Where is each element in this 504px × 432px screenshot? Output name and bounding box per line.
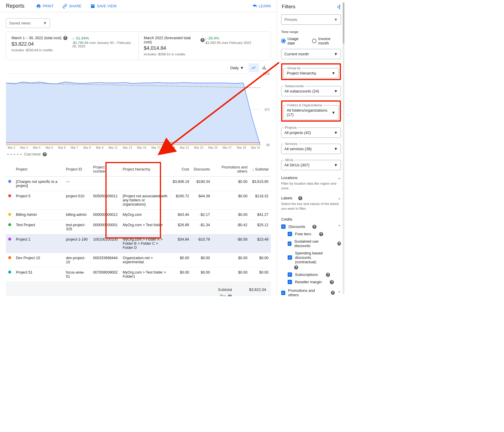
cell-subtotal: $0.00 xyxy=(250,267,271,282)
bar-chart-icon xyxy=(262,65,267,70)
table-row[interactable]: Billing Adminbilling-admin000000000012My… xyxy=(6,210,271,220)
th-project[interactable]: Project xyxy=(14,162,64,177)
table-row[interactable]: [Charges not specific to a project]—$3,8… xyxy=(6,177,271,191)
cell-hierarchy: MyOrg.com > Folder A > Folder B > Folder… xyxy=(120,234,170,253)
th-promo[interactable]: Promotions and others xyxy=(212,162,250,177)
subaccounts-dropdown[interactable]: Subaccounts All subaccounts (24)▼ xyxy=(281,86,341,96)
spending-toggle[interactable]: ✓Spending based discounts (contractual) xyxy=(288,251,341,264)
learn-button[interactable]: LEARN xyxy=(252,4,271,9)
presets-dropdown[interactable]: Presets▼ xyxy=(281,14,341,25)
services-dropdown[interactable]: Services All services (38)▼ xyxy=(281,144,341,154)
y-tick: $75 xyxy=(265,108,270,111)
sustained-toggle[interactable]: ✓Sustained use discounts ? xyxy=(288,239,341,248)
table-row[interactable]: Test Projecttest-project-325000000200001… xyxy=(6,220,271,234)
line-chart-toggle[interactable] xyxy=(248,63,259,72)
cell-cost: $0.00 xyxy=(170,253,192,267)
time-range-dropdown[interactable]: Current month▼ xyxy=(281,49,341,59)
th-hierarchy[interactable]: Project hierarchy xyxy=(120,162,170,177)
help-icon[interactable]: ? xyxy=(319,232,323,236)
cell-subtotal: $41.27 xyxy=(250,210,271,220)
table-row[interactable]: Dev Project 10dev-project-10000333666444… xyxy=(6,253,271,267)
cell-project: [Charges not specific to a project] xyxy=(14,177,64,191)
cell-project-id: dev-project-10 xyxy=(64,253,91,267)
help-icon[interactable]: ? xyxy=(43,152,47,156)
series-dot-icon xyxy=(8,223,11,226)
cell-hierarchy: MyOrg.com xyxy=(120,210,170,220)
cell-project-id: billing-admin xyxy=(64,210,91,220)
table-row[interactable]: Project 1project-1-190100100100100MyOrg.… xyxy=(6,234,271,253)
radio-icon xyxy=(312,39,316,43)
svg-rect-2 xyxy=(263,67,263,70)
radio-icon xyxy=(281,39,286,43)
skus-dropdown[interactable]: SKUs All SKUs (307)▼ xyxy=(281,160,341,170)
locations-section[interactable]: Locations⌄ xyxy=(281,176,341,180)
projects-dropdown[interactable]: Projects All projects (42)▼ xyxy=(281,128,341,138)
help-icon[interactable]: ? xyxy=(337,241,341,246)
cell-cost: $0.00 xyxy=(170,267,192,282)
save-icon xyxy=(90,4,95,9)
th-subtotal[interactable]: ↓ Subtotal xyxy=(250,162,271,177)
cell-cost: $160.72 xyxy=(170,191,192,210)
help-icon[interactable]: ? xyxy=(63,36,67,40)
caret-down-icon: ▼ xyxy=(334,163,338,167)
help-icon[interactable]: ? xyxy=(228,294,232,296)
radio-invoice-month[interactable]: Invoice month xyxy=(312,37,341,45)
cell-project-number: 100100100100 xyxy=(91,234,120,253)
saved-views-dropdown[interactable]: Saved views ▼ xyxy=(6,18,50,28)
cell-promo: $0.00 xyxy=(212,267,250,282)
annotation-highlight-groupby: Group by Project Hierarchy▼ xyxy=(281,63,341,80)
promotions-others-toggle[interactable]: ✓Promotions and others ?⌃ xyxy=(281,288,341,296)
cell-discounts: $0.00 xyxy=(191,253,212,267)
help-icon[interactable]: ? xyxy=(331,291,335,295)
help-icon[interactable]: ? xyxy=(298,196,302,200)
cell-promo: $0.00 xyxy=(212,253,250,267)
kpi2-delta-sub: -$1,592.85 over February 2022 xyxy=(205,41,265,44)
labels-section[interactable]: Labels ?⌄ xyxy=(281,196,341,200)
th-project-id[interactable]: Project ID xyxy=(64,162,91,177)
reseller-toggle[interactable]: ✓Reseller margin ? xyxy=(288,280,341,284)
help-icon[interactable]: ? xyxy=(294,265,298,269)
help-icon[interactable]: ? xyxy=(330,280,334,284)
cost-chart[interactable]: $150 $75 $0 xyxy=(6,73,260,145)
save-view-button[interactable]: SAVE VIEW xyxy=(90,4,117,9)
help-icon[interactable]: ? xyxy=(200,38,205,42)
scrollbar[interactable] xyxy=(343,2,344,294)
svg-rect-1 xyxy=(92,5,94,6)
chevron-up-icon: ⌃ xyxy=(338,291,341,295)
checkbox-icon: ✓ xyxy=(281,224,286,229)
bar-chart-toggle[interactable] xyxy=(259,63,270,72)
th-project-number[interactable]: Project number xyxy=(91,162,120,177)
totals-block: Subtotal Tax ? Total ? $3,822.04 — $3,82… xyxy=(6,282,271,296)
free-tiers-toggle[interactable]: ✓Free tiers ? xyxy=(288,232,341,236)
cell-promo: $0.00 xyxy=(212,177,250,191)
arrow-down-icon: ↓ xyxy=(72,36,74,40)
table-row[interactable]: Project 51focus-area-51007008009002MyOrg… xyxy=(6,267,271,282)
cell-subtotal: $116.32 xyxy=(250,191,271,210)
radio-usage-date[interactable]: Usage date xyxy=(281,37,306,45)
cell-promo: $0.00 xyxy=(212,191,250,210)
help-icon[interactable]: ? xyxy=(326,273,330,277)
cell-project-number: 000000000012 xyxy=(91,210,120,220)
cell-discounts: -$190.34 xyxy=(191,177,212,191)
table-row[interactable]: Project 5project-510505050505011[Project… xyxy=(6,191,271,210)
help-icon[interactable]: ? xyxy=(312,225,316,229)
kpi2-value: $4,014.84 xyxy=(144,45,205,51)
th-discounts[interactable]: Discounts xyxy=(191,162,212,177)
cell-project: Billing Admin xyxy=(14,210,64,220)
collapse-panel-icon[interactable]: ›| xyxy=(337,4,340,10)
group-by-dropdown[interactable]: Group by Project Hierarchy▼ xyxy=(284,68,339,78)
cell-project: Project 51 xyxy=(14,267,64,282)
folders-dropdown[interactable]: Folders & Organizations All folders/orga… xyxy=(284,105,339,120)
discounts-toggle[interactable]: ✓Discounts ?⌃ xyxy=(281,224,341,229)
series-dot-icon xyxy=(8,256,11,259)
filters-title: Filters xyxy=(282,4,337,10)
cell-promo: -$0.42 xyxy=(212,220,250,234)
subscriptions-toggle[interactable]: ✓Subscriptions ? xyxy=(288,272,341,277)
granularity-dropdown[interactable]: Daily ▼ xyxy=(228,64,246,71)
caret-down-icon: ▼ xyxy=(334,130,338,135)
cell-discounts: -$2.17 xyxy=(191,210,212,220)
th-cost[interactable]: Cost xyxy=(170,162,192,177)
x-axis-labels: Mar 2Mar 3Mar 4Mar 5Mar 6Mar 7Mar 8Mar 9… xyxy=(8,146,260,149)
print-button[interactable]: PRINT xyxy=(36,4,54,9)
share-button[interactable]: SHARE xyxy=(62,4,82,9)
